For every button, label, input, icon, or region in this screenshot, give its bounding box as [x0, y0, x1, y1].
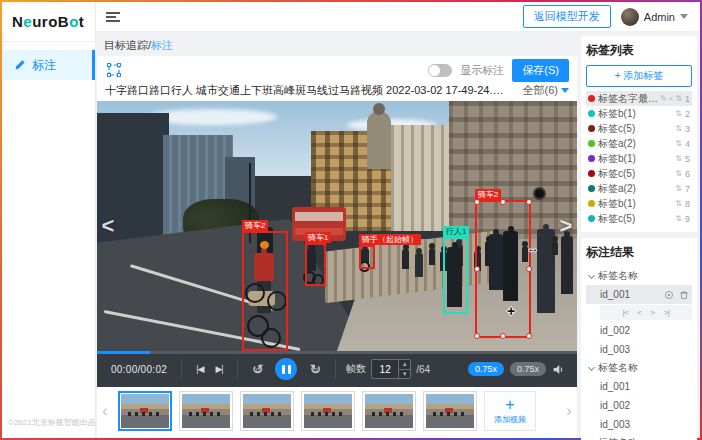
- prev-frame-button[interactable]: |◀: [196, 364, 203, 374]
- frame-total-label: /64: [416, 364, 430, 375]
- label-name: 标签a(2): [598, 182, 675, 196]
- label-list-item[interactable]: 标签c(5)⇅3: [586, 121, 692, 136]
- sort-icon[interactable]: ⇅: [675, 199, 682, 208]
- progress-bar[interactable]: [97, 351, 577, 354]
- user-menu[interactable]: Admin: [621, 8, 688, 26]
- annotation-box[interactable]: 骑手（起始帧）: [359, 245, 375, 269]
- add-label-button[interactable]: + 添加标签: [586, 65, 692, 87]
- rect-select-tool-icon[interactable]: [105, 61, 123, 79]
- result-group-header[interactable]: 标签名称: [586, 267, 692, 285]
- speed-button-idle[interactable]: 0.75x: [510, 362, 546, 376]
- pager-last-icon[interactable]: >|: [664, 308, 670, 317]
- label-order-number: 2: [685, 109, 690, 119]
- resize-handle[interactable]: [500, 199, 506, 205]
- video-thumbnail[interactable]: [362, 391, 416, 431]
- back-to-model-dev-button[interactable]: 返回模型开发: [523, 5, 611, 28]
- sidebar-item-annotate[interactable]: 标注: [2, 50, 95, 80]
- resize-handle[interactable]: [500, 333, 506, 339]
- avatar: [621, 8, 639, 26]
- annotation-box[interactable]: 骑车1: [305, 243, 326, 286]
- next-video-chevron[interactable]: >: [557, 213, 575, 239]
- video-thumbnail[interactable]: [301, 391, 355, 431]
- result-id-row[interactable]: id_001: [586, 285, 692, 304]
- result-id-row[interactable]: id_002: [586, 321, 692, 340]
- label-list-item[interactable]: 标签名字最长数...✎×⇅1: [586, 91, 692, 106]
- thumbs-prev-chevron[interactable]: ‹: [99, 402, 111, 420]
- menu-collapse-icon[interactable]: [106, 10, 120, 24]
- scene-traffic-signal: [533, 187, 546, 200]
- pager-next-icon[interactable]: >: [651, 308, 655, 317]
- pager-first-icon[interactable]: |<: [623, 308, 629, 317]
- locate-icon[interactable]: [664, 290, 674, 300]
- result-row-icons: [664, 290, 689, 300]
- video-thumbnail[interactable]: [118, 391, 172, 431]
- pause-button[interactable]: [275, 358, 297, 380]
- video-thumbnail[interactable]: [240, 391, 294, 431]
- sort-icon[interactable]: ⇅: [675, 94, 682, 103]
- logo-text: uroB: [32, 13, 69, 30]
- annotation-box[interactable]: 行人1: [443, 237, 468, 314]
- sort-icon[interactable]: ⇅: [675, 109, 682, 118]
- label-list-item[interactable]: 标签c(5)⇅6: [586, 166, 692, 181]
- volume-icon[interactable]: [552, 363, 565, 376]
- result-group-header[interactable]: 标签名称: [586, 359, 692, 377]
- thumbnail-image: [243, 394, 291, 428]
- label-list-item[interactable]: 标签b(1)⇅2: [586, 106, 692, 121]
- label-order-number: 7: [685, 184, 690, 194]
- resize-handle[interactable]: [526, 266, 532, 272]
- tree-chevron-icon: [586, 367, 596, 370]
- video-canvas[interactable]: 骑车2骑车1骑手（起始帧）行人1骑车2 < > ↔ +: [97, 101, 577, 351]
- video-thumbnail[interactable]: [179, 391, 233, 431]
- resize-handle[interactable]: [474, 333, 480, 339]
- playback-group: ↺10 ↻10: [238, 358, 335, 380]
- resize-handle[interactable]: [474, 266, 480, 272]
- sort-icon[interactable]: ⇅: [675, 154, 682, 163]
- label-list-item[interactable]: 标签a(2)⇅7: [586, 181, 692, 196]
- result-id-row[interactable]: id_002: [586, 396, 692, 415]
- result-id-row[interactable]: id_001: [586, 377, 692, 396]
- sort-icon[interactable]: ⇅: [675, 169, 682, 178]
- pager-prev-icon[interactable]: <: [637, 308, 641, 317]
- pencil-icon: [14, 59, 26, 71]
- label-list-item[interactable]: 标签b(1)⇅8: [586, 196, 692, 211]
- label-color-dot: [588, 110, 595, 117]
- thumbs-next-chevron[interactable]: ›: [563, 402, 575, 420]
- result-id-row[interactable]: id_003: [586, 415, 692, 434]
- skip-back-10-button[interactable]: ↺10: [252, 362, 264, 376]
- resize-handle[interactable]: [526, 333, 532, 339]
- frame-down-icon[interactable]: ▼: [399, 370, 410, 379]
- prev-video-chevron[interactable]: <: [99, 213, 117, 239]
- show-annotation-toggle[interactable]: [428, 64, 452, 77]
- label-list-item[interactable]: 标签c(5)⇅9: [586, 211, 692, 226]
- resize-handle[interactable]: [474, 199, 480, 205]
- breadcrumb-parent[interactable]: 目标追踪: [104, 38, 148, 53]
- video-thumbnail[interactable]: [423, 391, 477, 431]
- tools-row: 显示标注 保存(S): [97, 56, 577, 82]
- frame-up-icon[interactable]: ▲: [399, 360, 410, 370]
- result-group-header[interactable]: 标签名称: [586, 434, 692, 440]
- edit-icon[interactable]: ✎: [660, 94, 667, 103]
- sort-icon[interactable]: ⇅: [675, 139, 682, 148]
- label-list-item[interactable]: 标签a(2)⇅4: [586, 136, 692, 151]
- resize-handle[interactable]: [526, 199, 532, 205]
- annotation-label: 骑手（起始帧）: [359, 234, 421, 245]
- label-list-item[interactable]: 标签b(1)⇅5: [586, 151, 692, 166]
- add-video-button[interactable]: + 添加视频: [484, 391, 536, 431]
- skip-forward-10-button[interactable]: ↻10: [309, 362, 321, 376]
- annotation-box[interactable]: 骑车2: [475, 200, 531, 338]
- delete-icon[interactable]: [679, 290, 689, 300]
- label-color-dot: [588, 170, 595, 177]
- frame-number-input[interactable]: [372, 360, 398, 378]
- result-id-row[interactable]: id_003: [586, 340, 692, 359]
- label-filter-dropdown[interactable]: 全部(6): [523, 83, 569, 98]
- sort-icon[interactable]: ⇅: [675, 184, 682, 193]
- annotation-box[interactable]: 骑车2: [242, 231, 288, 351]
- speed-button-active[interactable]: 0.75x: [468, 362, 504, 376]
- delete-icon[interactable]: ×: [669, 94, 674, 103]
- label-color-dot: [588, 215, 595, 222]
- sort-icon[interactable]: ⇅: [675, 214, 682, 223]
- next-frame-button[interactable]: ▶|: [215, 364, 222, 374]
- annotation-label: 骑车2: [242, 220, 268, 231]
- sort-icon[interactable]: ⇅: [675, 124, 682, 133]
- save-button[interactable]: 保存(S): [512, 59, 569, 82]
